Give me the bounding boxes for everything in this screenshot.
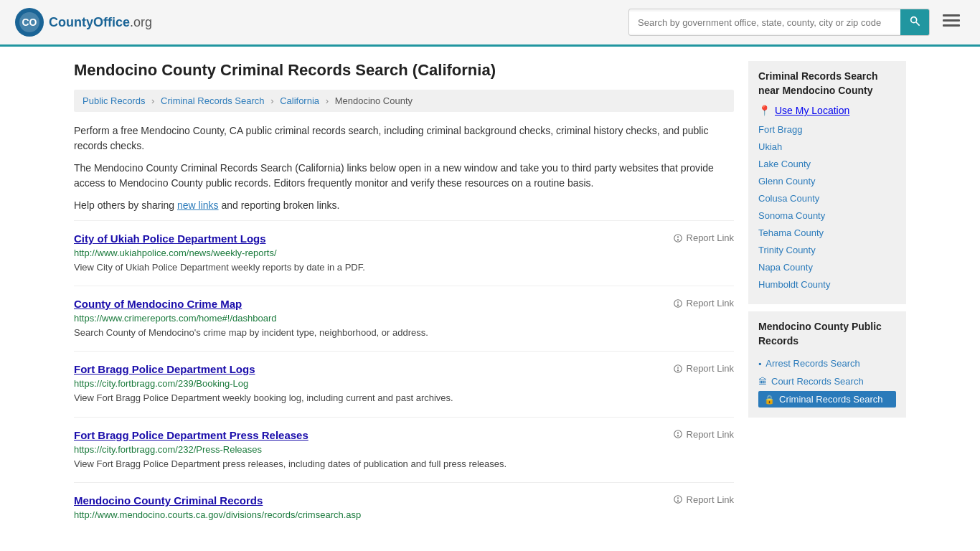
search-icon [909,15,920,27]
result-header-4: Mendocino County Criminal Records Report… [74,494,734,509]
use-location-link[interactable]: Use My Location [775,105,849,116]
result-entry-1: County of Mendocino Crime Map Report Lin… [74,286,734,351]
header-right [628,9,966,36]
result-entry-0: City of Ukiah Police Department Logs Rep… [74,220,734,286]
breadcrumb-california[interactable]: California [280,95,319,106]
report-link-4[interactable]: Report Link [673,494,734,505]
new-links-link[interactable]: new links [177,199,219,211]
breadcrumb-current: Mendocino County [335,95,413,106]
report-link-1[interactable]: Report Link [673,298,734,309]
result-header-1: County of Mendocino Crime Map Report Lin… [74,298,734,313]
report-link-0[interactable]: Report Link [673,232,734,243]
report-link-3[interactable]: Report Link [673,429,734,440]
result-url-0[interactable]: http://www.ukiahpolice.com/news/weekly-r… [74,248,734,258]
nearby-link-6[interactable]: Tehama County [758,227,824,238]
desc-para2: The Mendocino County Criminal Records Se… [74,161,734,191]
logo-text: CountyOffice.org [49,15,152,30]
site-header: CO CountyOffice.org [0,0,980,47]
breadcrumb-sep-2: › [270,95,273,106]
result-url-2[interactable]: https://city.fortbragg.com/239/Booking-L… [74,378,734,389]
record-icon-0: ▪ [758,359,761,369]
svg-point-22 [677,501,678,501]
breadcrumb-public-records[interactable]: Public Records [83,95,145,106]
svg-line-4 [916,22,920,26]
sidebar-nearby-section: Criminal Records Search near Mendocino C… [748,61,906,304]
nearby-link-0[interactable]: Fort Bragg [758,124,802,135]
search-button[interactable] [900,9,929,35]
result-title-3[interactable]: Fort Bragg Police Department Press Relea… [74,429,308,441]
svg-point-3 [911,17,917,23]
result-desc-1: Search County of Mendocino's crime map b… [74,326,734,339]
use-location-item[interactable]: 📍 Use My Location [758,105,896,116]
nearby-link-2[interactable]: Lake County [758,159,811,169]
record-link-1[interactable]: 🏛 Court Records Search [758,373,896,390]
search-bar [628,9,930,36]
record-icon-2: 🔒 [764,395,775,405]
result-entry-3: Fort Bragg Police Department Press Relea… [74,417,734,482]
sidebar-records-title: Mendocino County Public Records [758,320,896,348]
record-item-0: ▪ Arrest Records Search [758,355,896,372]
result-url-3[interactable]: https://city.fortbragg.com/232/Press-Rel… [74,444,734,455]
nearby-item-7: Trinity County [758,244,896,255]
nearby-item-3: Glenn County [758,175,896,187]
records-list: ▪ Arrest Records Search 🏛 Court Records … [758,355,896,408]
record-link-0[interactable]: ▪ Arrest Records Search [758,355,896,372]
nearby-item-1: Ukiah [758,141,896,152]
result-title-0[interactable]: City of Ukiah Police Department Logs [74,232,266,245]
nearby-item-4: Colusa County [758,192,896,204]
result-title-1[interactable]: County of Mendocino Crime Map [74,298,242,310]
report-icon-4 [673,494,683,504]
result-title-4[interactable]: Mendocino County Criminal Records [74,494,263,507]
menu-button[interactable] [937,10,966,34]
logo-icon: CO [14,7,44,37]
result-desc-0: View City of Ukiah Police Department wee… [74,261,734,274]
result-entry-4: Mendocino County Criminal Records Report… [74,482,734,534]
page-container: Mendocino County Criminal Records Search… [60,47,920,549]
results-list: City of Ukiah Police Department Logs Rep… [74,220,734,534]
breadcrumb-sep-1: › [151,95,154,106]
nearby-item-8: Napa County [758,261,896,273]
result-title-2[interactable]: Fort Bragg Police Department Logs [74,363,255,375]
result-desc-2: View Fort Bragg Police Department weekly… [74,392,734,405]
report-link-2[interactable]: Report Link [673,363,734,374]
result-url-1[interactable]: https://www.crimereports.com/home#!/dash… [74,313,734,324]
record-item-2: 🔒 Criminal Records Search [758,391,896,408]
nearby-link-3[interactable]: Glenn County [758,176,816,187]
hamburger-icon [943,14,960,27]
svg-rect-6 [943,19,960,22]
sidebar-nearby-title: Criminal Records Search near Mendocino C… [758,70,896,98]
breadcrumb: Public Records › Criminal Records Search… [74,90,734,112]
desc-para3: Help others by sharing new links and rep… [74,198,734,213]
page-title: Mendocino County Criminal Records Search… [74,61,734,80]
nearby-link-4[interactable]: Colusa County [758,193,819,204]
report-icon-1 [673,298,683,309]
breadcrumb-criminal-records[interactable]: Criminal Records Search [161,95,265,106]
report-icon-0 [673,233,683,243]
result-header-0: City of Ukiah Police Department Logs Rep… [74,232,734,248]
report-icon-3 [673,429,683,439]
nearby-link-9[interactable]: Humboldt County [758,279,830,290]
nearby-link-1[interactable]: Ukiah [758,141,782,152]
sidebar-records-section: Mendocino County Public Records ▪ Arrest… [748,311,906,418]
nearby-item-2: Lake County [758,158,896,169]
search-input[interactable] [629,11,900,34]
nearby-item-6: Tehama County [758,227,896,238]
nearby-link-7[interactable]: Trinity County [758,245,816,255]
svg-rect-7 [943,24,960,27]
desc-para1: Perform a free Mendocino County, CA publ… [74,123,734,154]
nearby-link-8[interactable]: Napa County [758,262,813,273]
logo[interactable]: CO CountyOffice.org [14,7,152,37]
svg-text:CO: CO [22,17,37,28]
nearby-item-0: Fort Bragg [758,123,896,135]
result-entry-2: Fort Bragg Police Department Logs Report… [74,351,734,416]
record-icon-1: 🏛 [758,377,767,387]
result-url-4[interactable]: http://www.mendocino.courts.ca.gov/divis… [74,509,734,520]
breadcrumb-sep-3: › [326,95,329,106]
svg-rect-5 [943,14,960,17]
svg-point-19 [677,435,678,436]
record-link-2[interactable]: 🔒 Criminal Records Search [758,391,896,408]
nearby-link-5[interactable]: Sonoma County [758,210,825,221]
nearby-list: Fort BraggUkiahLake CountyGlenn CountyCo… [758,123,896,290]
result-header-3: Fort Bragg Police Department Press Relea… [74,429,734,444]
svg-point-13 [677,304,678,305]
